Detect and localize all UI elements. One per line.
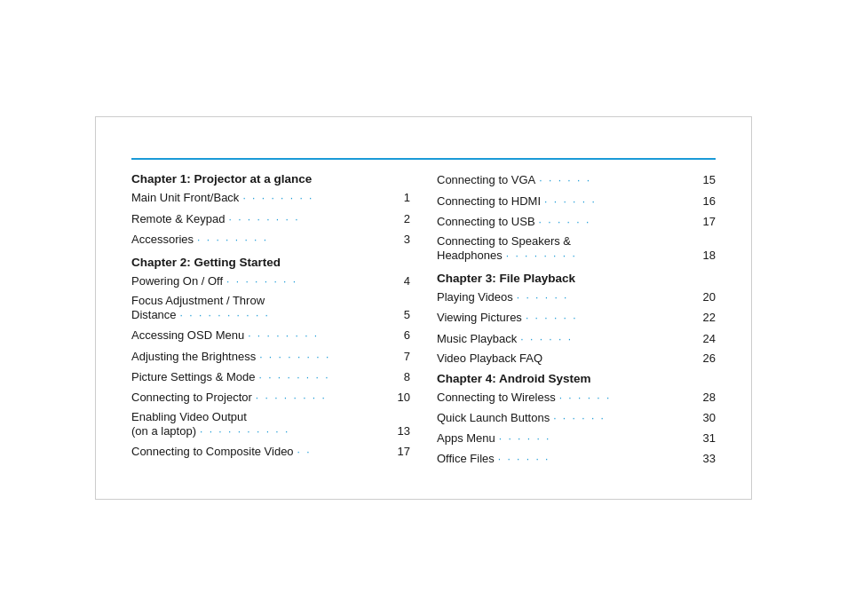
entry-label: Quick Launch Buttons <box>437 411 550 424</box>
toc-entry: Connecting to HDMI· · · · · ·16 <box>437 193 716 210</box>
entry-page: 6 <box>391 328 410 342</box>
entry-label: Connecting to HDMI <box>437 194 541 208</box>
toc-entry: Accessing OSD Menu· · · · · · · ·6 <box>131 328 410 344</box>
entry-line2-row: Distance· · · · · · · · · ·5 <box>131 307 410 324</box>
entry-label: Accessing OSD Menu <box>131 328 244 342</box>
entry-page: 16 <box>696 194 716 208</box>
dots: · · · · · · <box>544 193 693 210</box>
toc-entry: Connecting to Projector· · · · · · · ·10 <box>131 390 410 407</box>
toc-entry: Playing Videos· · · · · ·20 <box>437 289 716 306</box>
entry-label: Adjusting the Brightness <box>131 350 256 363</box>
toc-left-col: Chapter 1: Projector at a glanceMain Uni… <box>131 172 410 471</box>
entry-label: Headphones <box>437 249 503 262</box>
entry-line1: Connecting to Speakers & <box>437 234 716 248</box>
entry-page: 7 <box>391 350 410 363</box>
toc-entry: Picture Settings & Mode· · · · · · · ·8 <box>131 369 410 386</box>
entry-page: 8 <box>391 370 410 383</box>
entry-label: Connecting to Projector <box>131 391 252 404</box>
dots: · · · · · · <box>526 310 693 327</box>
dots: · · · · · · <box>498 451 693 468</box>
entry-page: 5 <box>391 308 410 321</box>
toc-box: Chapter 1: Projector at a glanceMain Uni… <box>95 116 752 499</box>
entry-label: Remote & Keypad <box>131 212 226 225</box>
dots: · · · · · · <box>517 289 693 306</box>
entry-label: Music Playback <box>437 332 517 345</box>
dots: · · · · · · <box>539 214 693 231</box>
dots: · · · · · · · · <box>197 232 387 249</box>
entry-label: Connecting to USB <box>437 215 535 228</box>
chapter-heading: Chapter 4: Android System <box>437 372 716 385</box>
dots: · · <box>297 444 387 461</box>
entry-page: 3 <box>391 233 410 246</box>
entry-page: 18 <box>696 249 716 262</box>
entry-page: 1 <box>391 191 410 204</box>
dots: · · · · · · <box>559 390 693 407</box>
toc-entry: Connecting to Wireless· · · · · ·28 <box>437 390 716 407</box>
entry-label: Viewing Pictures <box>437 311 522 324</box>
dots: · · · · · · · · <box>506 248 693 265</box>
chapter-heading: Chapter 3: File Playback <box>437 272 716 285</box>
entry-page: 17 <box>391 445 410 458</box>
dots: · · · · · · · · <box>242 190 387 207</box>
toc-entry-multiline: Connecting to Speakers &Headphones· · · … <box>437 234 716 265</box>
entry-page: 31 <box>696 431 716 445</box>
entry-page: 4 <box>391 274 410 288</box>
entry-line2-row: (on a laptop)· · · · · · · · · ·13 <box>131 423 410 440</box>
toc-entry-nodots: Video Playback FAQ26 <box>437 351 716 365</box>
entry-label: Picture Settings & Mode <box>131 370 255 383</box>
entry-page: 15 <box>696 173 716 186</box>
toc-entry: Adjusting the Brightness· · · · · · · ·7 <box>131 349 410 366</box>
dots: · · · · · · · · <box>248 328 387 344</box>
toc-entry: Main Unit Front/Back· · · · · · · ·1 <box>131 190 410 207</box>
entry-page: 2 <box>391 212 410 225</box>
dots: · · · · · · · · <box>259 349 387 366</box>
dots: · · · · · · · · <box>226 273 387 290</box>
entry-label: (on a laptop) <box>131 424 196 438</box>
entry-label: Office Files <box>437 452 495 465</box>
entry-page: 33 <box>696 452 716 465</box>
toc-entry: Powering On / Off· · · · · · · ·4 <box>131 273 410 290</box>
entry-label: Main Unit Front/Back <box>131 191 239 204</box>
toc-right-col: Connecting to VGA· · · · · ·15Connecting… <box>437 172 716 471</box>
chapter-heading: Chapter 1: Projector at a glance <box>131 172 410 186</box>
toc-entry: Accessories· · · · · · · ·3 <box>131 232 410 249</box>
entry-page: 26 <box>696 351 716 365</box>
entry-label: Connecting to Composite Video <box>131 445 294 458</box>
entry-label: Distance <box>131 308 177 321</box>
dots: · · · · · · · · <box>258 369 387 386</box>
toc-entry-multiline: Enabling Video Output(on a laptop)· · · … <box>131 410 410 440</box>
dots: · · · · · · <box>553 410 693 427</box>
entry-page: 28 <box>696 391 716 404</box>
entry-line2-row: Headphones· · · · · · · ·18 <box>437 248 716 265</box>
dots: · · · · · · · · · · <box>180 307 387 324</box>
entry-line1: Enabling Video Output <box>131 410 410 423</box>
entry-page: 30 <box>696 411 716 424</box>
toc-entry: Office Files· · · · · ·33 <box>437 451 716 468</box>
entry-page: 22 <box>696 311 716 324</box>
toc-columns: Chapter 1: Projector at a glanceMain Uni… <box>131 172 716 471</box>
entry-line1: Focus Adjustment / Throw <box>131 294 410 307</box>
toc-entry: Music Playback· · · · · ·24 <box>437 331 716 348</box>
entry-label: Accessories <box>131 233 194 246</box>
dots: · · · · · · · · <box>229 211 387 228</box>
entry-page: 24 <box>696 332 716 345</box>
entry-page: 20 <box>696 290 716 304</box>
entry-page: 17 <box>696 215 716 228</box>
dots: · · · · · · · · <box>256 390 387 407</box>
toc-entry-multiline: Focus Adjustment / ThrowDistance· · · · … <box>131 294 410 324</box>
toc-entry: Connecting to VGA· · · · · ·15 <box>437 172 716 189</box>
entry-page: 10 <box>391 391 410 404</box>
dots: · · · · · · <box>539 172 693 189</box>
entry-page: 13 <box>391 424 410 438</box>
toc-entry: Apps Menu· · · · · ·31 <box>437 430 716 447</box>
entry-label: Connecting to Wireless <box>437 391 556 404</box>
toc-divider <box>131 158 716 160</box>
dots: · · · · · · <box>520 331 693 348</box>
entry-label: Playing Videos <box>437 290 513 304</box>
page-container: Chapter 1: Projector at a glanceMain Uni… <box>0 0 847 616</box>
entry-label: Powering On / Off <box>131 274 223 288</box>
toc-entry: Connecting to Composite Video· ·17 <box>131 444 410 461</box>
toc-entry: Remote & Keypad· · · · · · · ·2 <box>131 211 410 228</box>
toc-entry: Quick Launch Buttons· · · · · ·30 <box>437 410 716 427</box>
dots: · · · · · · <box>499 430 693 447</box>
